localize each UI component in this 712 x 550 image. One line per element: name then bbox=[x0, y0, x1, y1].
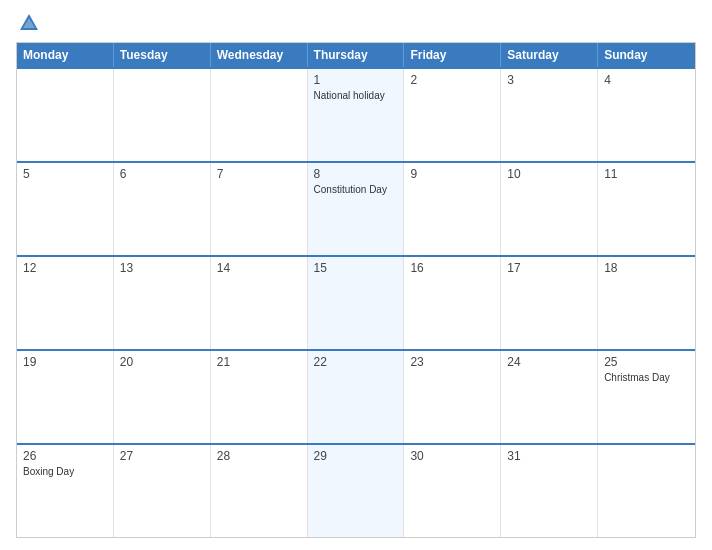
calendar-cell-1-4: 1National holiday bbox=[308, 69, 405, 161]
day-number: 17 bbox=[507, 261, 591, 275]
header-day-thursday: Thursday bbox=[308, 43, 405, 67]
calendar-page: MondayTuesdayWednesdayThursdayFridaySatu… bbox=[0, 0, 712, 550]
day-number: 11 bbox=[604, 167, 689, 181]
header bbox=[16, 12, 696, 34]
calendar-cell-2-5: 9 bbox=[404, 163, 501, 255]
day-number: 5 bbox=[23, 167, 107, 181]
header-day-saturday: Saturday bbox=[501, 43, 598, 67]
day-number: 7 bbox=[217, 167, 301, 181]
day-number: 6 bbox=[120, 167, 204, 181]
calendar-cell-4-3: 21 bbox=[211, 351, 308, 443]
day-number: 12 bbox=[23, 261, 107, 275]
day-number: 28 bbox=[217, 449, 301, 463]
day-number: 3 bbox=[507, 73, 591, 87]
day-number: 4 bbox=[604, 73, 689, 87]
calendar-cell-5-6: 31 bbox=[501, 445, 598, 537]
logo bbox=[16, 12, 42, 34]
day-number: 8 bbox=[314, 167, 398, 181]
day-number: 2 bbox=[410, 73, 494, 87]
calendar-cell-2-6: 10 bbox=[501, 163, 598, 255]
day-number: 18 bbox=[604, 261, 689, 275]
day-number: 26 bbox=[23, 449, 107, 463]
holiday-name: Boxing Day bbox=[23, 465, 107, 478]
calendar-cell-4-6: 24 bbox=[501, 351, 598, 443]
calendar-cell-2-2: 6 bbox=[114, 163, 211, 255]
header-day-sunday: Sunday bbox=[598, 43, 695, 67]
day-number: 20 bbox=[120, 355, 204, 369]
day-number: 31 bbox=[507, 449, 591, 463]
calendar-cell-3-6: 17 bbox=[501, 257, 598, 349]
day-number: 16 bbox=[410, 261, 494, 275]
calendar-cell-5-2: 27 bbox=[114, 445, 211, 537]
holiday-name: National holiday bbox=[314, 89, 398, 102]
calendar-cell-4-2: 20 bbox=[114, 351, 211, 443]
day-number: 19 bbox=[23, 355, 107, 369]
day-number: 21 bbox=[217, 355, 301, 369]
day-number: 1 bbox=[314, 73, 398, 87]
calendar-cell-4-7: 25Christmas Day bbox=[598, 351, 695, 443]
calendar-row-4: 19202122232425Christmas Day bbox=[17, 349, 695, 443]
calendar-cell-4-5: 23 bbox=[404, 351, 501, 443]
calendar-cell-1-7: 4 bbox=[598, 69, 695, 161]
calendar-cell-1-1 bbox=[17, 69, 114, 161]
calendar-body: 1National holiday2345678Constitution Day… bbox=[17, 67, 695, 537]
calendar-cell-3-7: 18 bbox=[598, 257, 695, 349]
calendar-cell-2-4: 8Constitution Day bbox=[308, 163, 405, 255]
calendar-cell-4-4: 22 bbox=[308, 351, 405, 443]
day-number: 14 bbox=[217, 261, 301, 275]
calendar-cell-3-2: 13 bbox=[114, 257, 211, 349]
header-day-tuesday: Tuesday bbox=[114, 43, 211, 67]
calendar-row-3: 12131415161718 bbox=[17, 255, 695, 349]
calendar-cell-3-1: 12 bbox=[17, 257, 114, 349]
holiday-name: Constitution Day bbox=[314, 183, 398, 196]
calendar-cell-5-7 bbox=[598, 445, 695, 537]
calendar-cell-5-4: 29 bbox=[308, 445, 405, 537]
day-number: 24 bbox=[507, 355, 591, 369]
logo-icon bbox=[18, 12, 40, 34]
calendar-cell-3-4: 15 bbox=[308, 257, 405, 349]
calendar-cell-1-3 bbox=[211, 69, 308, 161]
calendar-cell-4-1: 19 bbox=[17, 351, 114, 443]
calendar-header: MondayTuesdayWednesdayThursdayFridaySatu… bbox=[17, 43, 695, 67]
calendar-cell-1-2 bbox=[114, 69, 211, 161]
calendar-cell-5-5: 30 bbox=[404, 445, 501, 537]
day-number: 29 bbox=[314, 449, 398, 463]
calendar-cell-1-5: 2 bbox=[404, 69, 501, 161]
calendar-cell-5-1: 26Boxing Day bbox=[17, 445, 114, 537]
day-number: 23 bbox=[410, 355, 494, 369]
header-day-wednesday: Wednesday bbox=[211, 43, 308, 67]
calendar-row-2: 5678Constitution Day91011 bbox=[17, 161, 695, 255]
day-number: 30 bbox=[410, 449, 494, 463]
header-day-monday: Monday bbox=[17, 43, 114, 67]
calendar-cell-3-3: 14 bbox=[211, 257, 308, 349]
calendar-row-5: 26Boxing Day2728293031 bbox=[17, 443, 695, 537]
calendar-row-1: 1National holiday234 bbox=[17, 67, 695, 161]
day-number: 13 bbox=[120, 261, 204, 275]
day-number: 27 bbox=[120, 449, 204, 463]
calendar-cell-1-6: 3 bbox=[501, 69, 598, 161]
calendar-cell-2-7: 11 bbox=[598, 163, 695, 255]
calendar-cell-2-1: 5 bbox=[17, 163, 114, 255]
calendar-cell-2-3: 7 bbox=[211, 163, 308, 255]
day-number: 15 bbox=[314, 261, 398, 275]
calendar-cell-5-3: 28 bbox=[211, 445, 308, 537]
day-number: 25 bbox=[604, 355, 689, 369]
day-number: 10 bbox=[507, 167, 591, 181]
header-day-friday: Friday bbox=[404, 43, 501, 67]
day-number: 9 bbox=[410, 167, 494, 181]
calendar: MondayTuesdayWednesdayThursdayFridaySatu… bbox=[16, 42, 696, 538]
holiday-name: Christmas Day bbox=[604, 371, 689, 384]
day-number: 22 bbox=[314, 355, 398, 369]
calendar-cell-3-5: 16 bbox=[404, 257, 501, 349]
